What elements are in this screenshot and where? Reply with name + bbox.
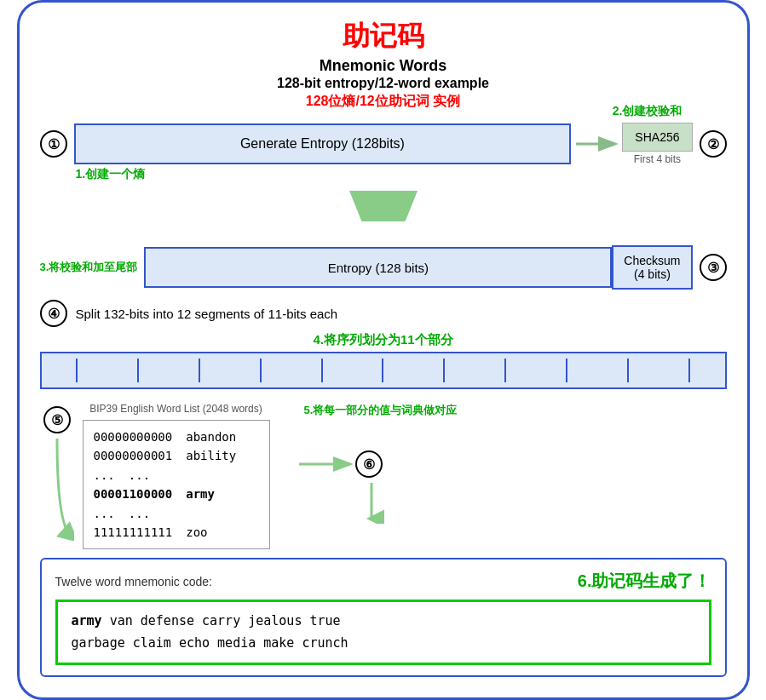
row-3: 3.将校验和加至尾部 Entropy (128 bits) Checksum (… [40,245,727,290]
split-text: Split 132-bits into 12 segments of 11-bi… [76,307,338,321]
bip39-row: 00001100000army [94,485,259,503]
entropy-box: Generate Entropy (128bits) [74,123,572,164]
bip39-right: 5.将每一部分的值与词典做对应 ⑥ [287,403,727,527]
bip39-row: ...... [94,466,259,485]
bip39-bits: 11111111111 [94,523,173,542]
bip39-word: ... [129,466,150,485]
label-4: 4.将序列划分为11个部分 [40,332,727,348]
bip39-bits: ... [94,504,115,523]
bip39-row: 00000000000abandon [94,427,259,446]
label-2: 2.创建校验和 [613,104,682,119]
bip39-table-wrapper: BIP39 English Word List (2048 words) 000… [83,403,270,549]
label-1: 1.创建一个熵 [76,167,727,182]
title-en: Mnemonic Words [40,57,727,75]
label-6: 6.助记码生成了！ [578,570,711,593]
big-arrow-down [40,191,727,221]
bip39-word: ability [186,446,236,465]
sha256-box: SHA256 [622,123,692,152]
bip39-row: 00000000001ability [94,446,259,465]
bip39-table: 00000000000abandon00000000001ability....… [83,420,270,549]
segments-bar [40,352,727,389]
subtitle-en: 128-bit entropy/12-word example [40,76,727,91]
step3-circle: ③ [700,254,727,281]
bip39-word: army [186,485,215,503]
row-4: ④ Split 132-bits into 12 segments of 11-… [40,300,727,327]
step5-col: ⑤ [40,406,74,541]
label-3: 3.将校验和加至尾部 [40,260,138,275]
twelve-word-row: Twelve word mnemonic code: 6.助记码生成了！ [55,570,711,593]
bip39-row: 11111111111zoo [94,523,259,542]
mnemonic-word1: army [72,613,102,628]
bip39-title: BIP39 English Word List (2048 words) [83,403,270,415]
step1-circle: ① [40,130,67,158]
first4bits-label: First 4 bits [634,153,681,165]
bip39-word: abandon [186,427,236,446]
mnemonic-box: army van defense carry jealous true garb… [55,600,711,665]
step4-circle: ④ [40,300,67,327]
entropy128-box: Entropy (128 bits) [144,247,612,288]
bip39-section: ⑤ BIP39 English Word List (2048 words) 0… [40,403,727,549]
bip39-rows: 00000000000abandon00000000001ability....… [94,427,259,542]
arrow-circle6-row: ⑥ [296,450,383,478]
mnemonic-rest: van defense carry jealous true garbage c… [72,613,348,651]
arrow-curve-left [40,439,74,541]
step5-circle: ⑤ [43,406,71,433]
bip39-row: ...... [94,504,259,523]
twelve-word-label: Twelve word mnemonic code: [55,575,212,588]
arrow-to-circle6 [296,451,355,477]
label-5: 5.将每一部分的值与词典做对应 [304,403,458,418]
bip39-word: zoo [186,523,207,542]
arrow-down-6 [359,481,384,527]
main-container: 助记码 Mnemonic Words 128-bit entropy/12-wo… [17,0,750,700]
bip39-bits: 00000000001 [94,446,173,465]
row-1-2: ① Generate Entropy (128bits) [40,123,727,165]
sha-col: SHA256 First 4 bits [622,123,692,165]
bip39-bits: 00001100000 [94,485,173,503]
step6-circle: ⑥ [355,450,383,478]
checksum-box: Checksum (4 bits) [612,245,692,290]
step2-circle: ② [700,130,727,158]
bip39-bits: 00000000000 [94,427,173,446]
bip39-bits: ... [94,466,115,485]
bip39-word: ... [129,504,150,523]
arrow-to-sha [571,131,622,157]
title-cn: 助记码 [40,18,727,55]
bottom-section: Twelve word mnemonic code: 6.助记码生成了！ arm… [40,558,727,677]
